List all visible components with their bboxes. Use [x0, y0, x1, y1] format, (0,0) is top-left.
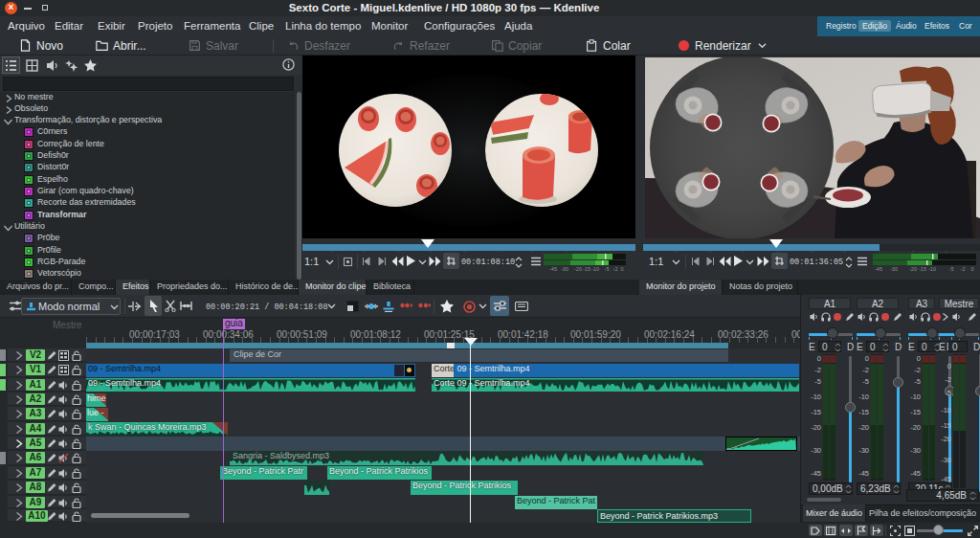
svg-text:-10: -10 [928, 266, 936, 271]
svg-text:-2: -2 [961, 266, 966, 271]
svg-text:-10: -10 [591, 266, 599, 271]
svg-text:-20: -20 [574, 266, 582, 271]
svg-text:-20: -20 [909, 266, 917, 271]
svg-text:-45: -45 [549, 266, 557, 271]
svg-text:-15: -15 [919, 266, 926, 271]
svg-text:-5: -5 [949, 266, 954, 271]
svg-text:0: 0 [620, 266, 623, 271]
svg-text:-30: -30 [561, 266, 568, 271]
svg-text:0: 0 [970, 266, 973, 271]
svg-text:-5: -5 [605, 266, 610, 271]
svg-text:-45: -45 [875, 266, 882, 271]
svg-text:-2: -2 [613, 266, 618, 271]
svg-text:-30: -30 [890, 266, 898, 271]
svg-text:-15: -15 [583, 266, 590, 271]
